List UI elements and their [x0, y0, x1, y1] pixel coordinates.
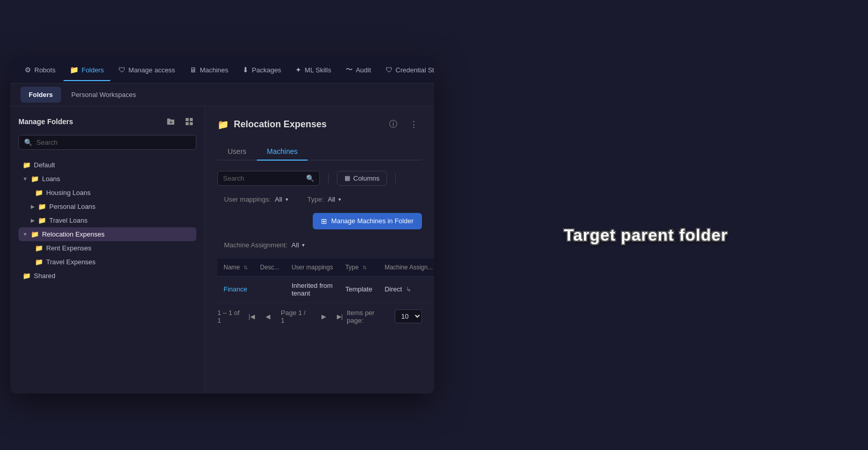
sub-tab-personal-workspaces[interactable]: Personal Workspaces — [63, 87, 144, 103]
tree-item-travel-expenses[interactable]: 📁 Travel Expenses — [18, 255, 196, 269]
columns-button[interactable]: ▦ Columns — [337, 171, 387, 186]
first-page-button[interactable]: |◀ — [245, 309, 258, 324]
folder-icon-rent-expenses: 📁 — [35, 244, 43, 252]
tree-item-personal-loans[interactable]: ▶ 📁 Personal Loans — [18, 200, 196, 213]
type-label: Type: — [308, 195, 324, 203]
bottom-caption-container: Target parent folder — [434, 213, 858, 245]
items-per-page-label: Items per page: — [347, 309, 391, 324]
tree-item-loans[interactable]: ▼ 📁 Loans — [18, 172, 196, 186]
manage-access-icon: 🛡 — [118, 66, 126, 74]
tree-item-shared[interactable]: 📁 Shared — [18, 269, 196, 283]
folder-icon-loans: 📁 — [31, 175, 39, 183]
tree-item-travel-loans[interactable]: ▶ 📁 Travel Loans — [18, 213, 196, 227]
sidebar-header: Manage Folders — [18, 114, 196, 129]
sidebar-search-input[interactable] — [36, 139, 191, 146]
ml-skills-icon: ✦ — [295, 66, 301, 74]
content-header: 📁 Relocation Expenses ⓘ ⋮ — [217, 116, 422, 133]
table-body: Finance Inherited from tenant Template — [217, 276, 434, 302]
nav-robots[interactable]: ⚙ Robots — [18, 63, 62, 77]
tab-users[interactable]: Users — [217, 143, 257, 161]
nav-credential-stores[interactable]: 🛡 Credential Stores — [379, 63, 434, 77]
sidebar-search-icon: 🔍 — [24, 139, 32, 146]
tree-item-default[interactable]: 📁 Default — [18, 158, 196, 172]
more-options-button[interactable]: ⋮ — [406, 116, 422, 133]
machines-search-box[interactable]: 🔍 — [217, 171, 320, 186]
table-row: Finance Inherited from tenant Template — [217, 276, 434, 302]
items-per-page-select[interactable]: 10 20 50 — [395, 309, 422, 323]
col-machine-assign[interactable]: Machine Assign... ⇅ — [378, 259, 434, 277]
next-page-button[interactable]: ▶ — [317, 309, 331, 324]
col-desc: Desc... — [254, 259, 285, 277]
last-page-button[interactable]: ▶| — [333, 309, 347, 324]
cell-machine-assign: Direct ↳ — [378, 276, 434, 302]
top-navigation: ⚙ Robots 📁 Folders 🛡 Manage access 🖥 Mac… — [10, 57, 434, 84]
table-header: Name ⇅ Desc... User mappings Type ⇅ — [217, 259, 434, 277]
tree-item-housing-loans[interactable]: 📁 Housing Loans — [18, 186, 196, 200]
user-mappings-dropdown[interactable]: User mappings: All ▾ — [217, 192, 295, 207]
main-layout: Manage Folders 🔍 — [10, 106, 434, 394]
sub-tab-folders[interactable]: Folders — [21, 87, 61, 103]
col-user-mappings: User mappings — [286, 259, 339, 277]
machine-assignment-value: All — [292, 241, 299, 249]
machines-search-input[interactable] — [223, 174, 302, 182]
audit-icon: 〜 — [346, 65, 353, 74]
col-type[interactable]: Type ⇅ — [339, 259, 378, 277]
sidebar-header-icons — [164, 114, 196, 129]
user-mappings-label: User mappings: — [224, 195, 271, 203]
info-button[interactable]: ⓘ — [385, 116, 401, 133]
bottom-caption: Target parent folder — [434, 226, 858, 245]
folder-icon-relocation-expenses: 📁 — [31, 230, 39, 238]
content-header-actions: ⓘ ⋮ — [385, 116, 422, 133]
type-value: All — [328, 195, 335, 203]
nav-folders[interactable]: 📁 Folders — [64, 63, 110, 77]
type-dropdown[interactable]: Type: All ▾ — [301, 192, 348, 207]
col-name[interactable]: Name ⇅ — [217, 259, 254, 277]
tab-machines[interactable]: Machines — [257, 143, 308, 161]
packages-icon: ⬇ — [243, 66, 249, 74]
cell-type: Template — [339, 276, 378, 302]
content-area: 📁 Relocation Expenses ⓘ ⋮ Users Machines — [205, 106, 434, 394]
robots-icon: ⚙ — [25, 66, 31, 74]
chevron-loans-icon: ▼ — [23, 176, 28, 182]
tree-item-rent-expenses[interactable]: 📁 Rent Expenses — [18, 241, 196, 255]
toolbar-divider-2 — [395, 173, 396, 183]
nav-audit[interactable]: 〜 Audit — [339, 62, 377, 77]
manage-machines-button[interactable]: ⊞ Manage Machines in Folder — [313, 213, 421, 229]
nav-manage-access[interactable]: 🛡 Manage access — [112, 63, 181, 77]
machines-icon: 🖥 — [190, 66, 197, 74]
pagination: 1 – 1 of 1 |◀ ◀ Page 1 / 1 ▶ ▶| Items pe… — [217, 303, 422, 330]
toolbar-divider — [328, 173, 329, 183]
folder-icon-housing-loans: 📁 — [35, 189, 43, 197]
folder-icon-travel-loans: 📁 — [38, 217, 46, 224]
user-mappings-chevron-icon: ▾ — [286, 197, 288, 202]
folder-icon-default: 📁 — [23, 161, 31, 169]
nav-packages[interactable]: ⬇ Packages — [236, 63, 287, 77]
folder-icon-personal-loans: 📁 — [38, 203, 46, 210]
manage-machines-icon: ⊞ — [321, 217, 327, 225]
machine-assignment-dropdown[interactable]: Machine Assignment: All ▾ — [217, 238, 311, 252]
nav-ml-skills[interactable]: ✦ ML Skills — [289, 63, 337, 77]
folder-icon-travel-expenses: 📁 — [35, 258, 43, 266]
folder-icon-shared: 📁 — [23, 272, 31, 280]
machines-toolbar: 🔍 ▦ Columns User mappings: All ▾ Type: A… — [217, 171, 422, 229]
sort-name-icon: ⇅ — [244, 265, 248, 270]
cell-user-mappings: Inherited from tenant — [286, 276, 339, 302]
nav-machines[interactable]: 🖥 Machines — [184, 63, 235, 77]
tree-item-relocation-expenses[interactable]: ▼ 📁 Relocation Expenses — [18, 227, 196, 241]
add-folder-button[interactable] — [164, 114, 178, 129]
sidebar-title: Manage Folders — [18, 118, 73, 126]
sidebar-search-box[interactable]: 🔍 — [18, 135, 196, 150]
grid-view-button[interactable] — [182, 114, 196, 129]
pagination-controls: |◀ ◀ Page 1 / 1 ▶ ▶| — [245, 309, 347, 324]
chevron-personal-loans-icon: ▶ — [31, 204, 35, 209]
machine-assignment-label: Machine Assignment: — [224, 241, 288, 249]
folder-tree: 📁 Default ▼ 📁 Loans 📁 Housing Loans ▶ — [18, 158, 196, 283]
toolbar-row2: Machine Assignment: All ▾ — [217, 238, 422, 252]
page-info: Page 1 / 1 — [277, 309, 315, 324]
prev-page-button[interactable]: ◀ — [260, 309, 274, 324]
type-chevron-icon: ▾ — [338, 197, 341, 202]
content-title: 📁 Relocation Expenses — [217, 119, 327, 130]
chevron-travel-loans-icon: ▶ — [31, 218, 35, 223]
credential-stores-icon: 🛡 — [386, 66, 393, 74]
content-tabs: Users Machines — [217, 143, 422, 161]
